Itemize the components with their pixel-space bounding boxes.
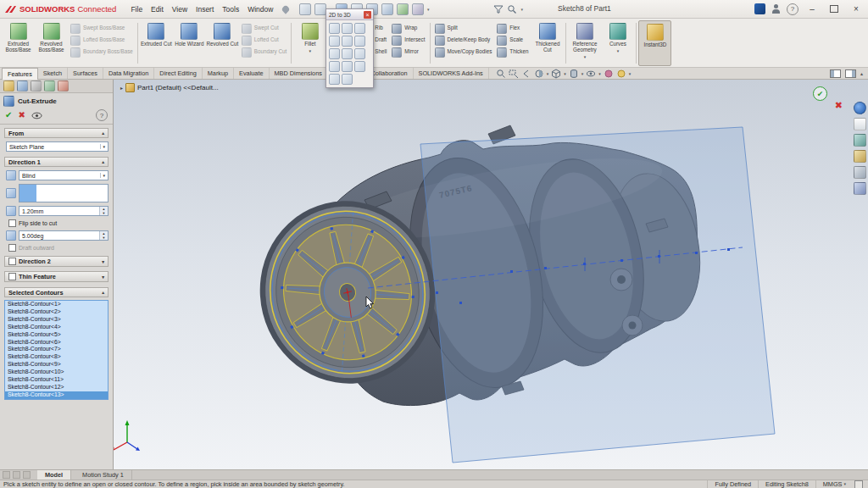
- revolved-boss-base-button[interactable]: Revolved Boss/Base: [35, 20, 68, 66]
- split-pane-left-icon[interactable]: [830, 69, 841, 78]
- 2d-to-3d-tool-icon[interactable]: [342, 23, 353, 34]
- file-explorer-icon[interactable]: [854, 134, 866, 147]
- breadcrumb[interactable]: ▸ Part1 (Default) <<Default...: [120, 83, 219, 92]
- command-tab[interactable]: Surfaces: [68, 68, 103, 79]
- draft-angle-spinner[interactable]: ▴▾: [99, 231, 108, 240]
- cancel-button[interactable]: ✖: [18, 111, 25, 119]
- 2d-to-3d-tool-icon[interactable]: [354, 36, 365, 47]
- section-caret-icon[interactable]: ▾: [547, 71, 549, 76]
- threedexperience-icon[interactable]: [754, 3, 765, 14]
- redo-icon[interactable]: [381, 3, 393, 15]
- from-section-header[interactable]: From ▴: [4, 128, 108, 138]
- contour-item[interactable]: Sketch8-Contour<8>: [5, 353, 108, 361]
- dimxpertmanager-tab-icon[interactable]: [44, 80, 55, 92]
- menu-item[interactable]: Edit: [147, 3, 168, 15]
- contour-item[interactable]: Sketch8-Contour<9>: [5, 361, 108, 369]
- from-dropdown[interactable]: Sketch Plane ▾: [6, 141, 108, 152]
- boundary-cut-button[interactable]: Boundary Cut: [239, 47, 290, 57]
- search-icon[interactable]: [507, 4, 517, 14]
- contour-item[interactable]: Sketch8-Contour<1>: [5, 301, 108, 308]
- new-document-icon[interactable]: [299, 3, 311, 15]
- rebuild-icon[interactable]: [397, 3, 409, 15]
- end-condition-dropdown[interactable]: Blind ▾: [19, 170, 108, 180]
- 2d-to-3d-tool-icon[interactable]: [342, 48, 353, 59]
- tab-area-grip[interactable]: [3, 471, 10, 479]
- property-manager-help-icon[interactable]: ?: [96, 109, 108, 121]
- direction2-section-header[interactable]: Direction 2 ▾: [4, 256, 108, 267]
- taskpane-toggle-icon[interactable]: [854, 480, 863, 488]
- fillet-flyout-caret-icon[interactable]: ▾: [309, 49, 312, 53]
- contour-item[interactable]: Sketch8-Contour<6>: [5, 339, 108, 347]
- draft-outward-checkbox[interactable]: Draft outward: [8, 244, 108, 252]
- swept-cut-button[interactable]: Swept Cut: [239, 24, 290, 33]
- options-caret-icon[interactable]: ▾: [427, 7, 430, 12]
- 2d-to-3d-tool-icon[interactable]: [342, 74, 353, 85]
- depth-input[interactable]: 1.20mm ▴▾: [19, 206, 108, 216]
- 2d-to-3d-tool-icon[interactable]: [354, 23, 365, 34]
- scale-button[interactable]: Scale: [494, 36, 531, 45]
- intersect-button[interactable]: Intersect: [389, 36, 427, 45]
- mirror-button[interactable]: Mirror: [389, 47, 427, 57]
- confirmation-ok-button[interactable]: ✔: [813, 86, 827, 101]
- propertymanager-tab-icon[interactable]: [17, 80, 28, 92]
- sketch-plane[interactable]: [420, 127, 775, 463]
- curves-button[interactable]: Curves▾: [601, 20, 634, 66]
- menu-item[interactable]: Insert: [192, 3, 218, 15]
- extruded-cut-button[interactable]: Extruded Cut: [140, 20, 173, 66]
- 2d-to-3d-tool-icon[interactable]: [329, 23, 340, 34]
- 2d-to-3d-tool-icon[interactable]: [329, 48, 340, 59]
- contour-item[interactable]: Sketch8-Contour<4>: [5, 324, 108, 331]
- pin-menu-icon[interactable]: [281, 4, 291, 14]
- thicken-button[interactable]: Thicken: [494, 47, 531, 57]
- maximize-button[interactable]: [830, 5, 838, 13]
- selected-contours-section-header[interactable]: Selected Contours ▴: [4, 287, 108, 297]
- contour-item[interactable]: Sketch8-Contour<11>: [5, 376, 108, 384]
- design-library-icon[interactable]: [854, 118, 866, 130]
- view-settings-caret-icon[interactable]: ▾: [629, 71, 632, 76]
- view-orientation-icon[interactable]: [551, 69, 561, 79]
- flip-side-checkbox-box[interactable]: [8, 219, 16, 227]
- revolved-cut-button[interactable]: Revolved Cut: [206, 20, 239, 66]
- contour-item[interactable]: Sketch8-Contour<12>: [5, 384, 108, 391]
- user-account-icon[interactable]: [771, 4, 781, 14]
- display-style-caret-icon[interactable]: ▾: [581, 71, 584, 76]
- model-tab[interactable]: Model: [37, 470, 71, 480]
- view-settings-icon[interactable]: [616, 69, 626, 79]
- instant3d-button[interactable]: Instant3D: [638, 20, 671, 66]
- minimize-button[interactable]: –: [804, 1, 820, 18]
- command-tab[interactable]: Markup: [203, 68, 234, 79]
- collapse-ribbon-icon[interactable]: ▴: [860, 70, 863, 76]
- thin-feature-section-header[interactable]: Thin Feature ▾: [4, 271, 108, 282]
- view-palette-icon[interactable]: [854, 150, 866, 163]
- model-tab[interactable]: Motion Study 1: [75, 470, 132, 480]
- direction-reference-box[interactable]: [19, 184, 108, 202]
- wrap-button[interactable]: Wrap: [389, 24, 427, 33]
- threedexperience-compass-icon[interactable]: [854, 102, 866, 114]
- hide-show-caret-icon[interactable]: ▾: [598, 71, 601, 76]
- 2d-to-3d-tool-icon[interactable]: [329, 74, 340, 85]
- thin-feature-checkbox[interactable]: [8, 273, 16, 280]
- view-orientation-caret-icon[interactable]: ▾: [564, 71, 566, 76]
- command-tab[interactable]: Data Migration: [103, 68, 154, 79]
- 2d-to-3d-tool-icon[interactable]: [354, 48, 365, 59]
- palette-titlebar[interactable]: 2D to 3D ×: [326, 9, 373, 20]
- extruded-boss-base-button[interactable]: Extruded Boss/Base: [2, 20, 35, 66]
- palette-close-icon[interactable]: ×: [364, 11, 371, 19]
- thickened-cut-button[interactable]: Thickened Cut: [531, 20, 564, 66]
- command-tab[interactable]: Direct Editing: [154, 68, 202, 79]
- section-view-icon[interactable]: [534, 69, 544, 79]
- reference-geometry-flyout-caret-icon[interactable]: ▾: [584, 55, 587, 59]
- contour-item[interactable]: Sketch8-Contour<3>: [5, 316, 108, 324]
- edit-appearance-icon[interactable]: [604, 69, 614, 79]
- contour-item[interactable]: Sketch8-Contour<2>: [5, 308, 108, 316]
- close-button[interactable]: ×: [849, 1, 864, 18]
- swept-boss-base-button[interactable]: Swept Boss/Base: [68, 24, 136, 33]
- help-icon[interactable]: ?: [787, 3, 798, 15]
- reference-geometry-button[interactable]: Reference Geometry▾: [568, 20, 601, 66]
- contour-item[interactable]: Sketch8-Contour<13>: [5, 391, 108, 399]
- contour-item[interactable]: Sketch8-Contour<10>: [5, 369, 108, 376]
- move-copy-bodies-button[interactable]: Move/Copy Bodies: [432, 47, 495, 57]
- lofted-cut-button[interactable]: Lofted Cut: [239, 36, 290, 45]
- preview-eye-icon[interactable]: [31, 112, 42, 119]
- split-pane-right-icon[interactable]: [845, 69, 856, 78]
